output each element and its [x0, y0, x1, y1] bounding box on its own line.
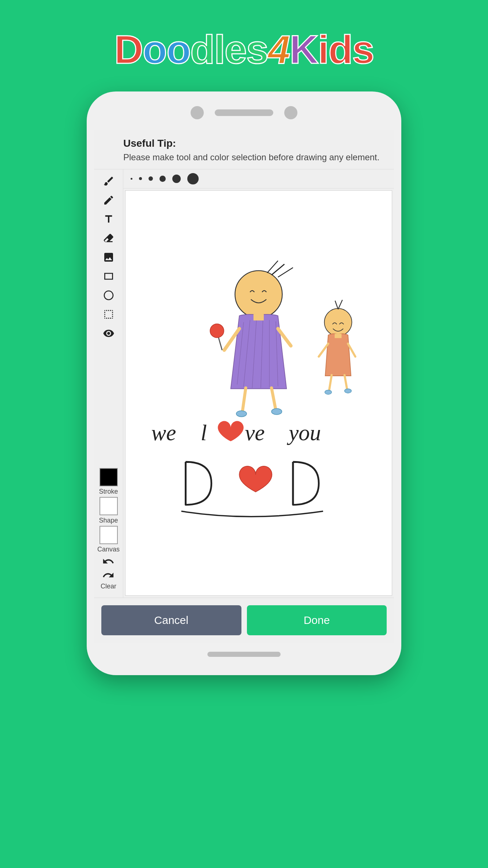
done-button[interactable]: Done	[247, 605, 387, 635]
svg-point-0	[235, 270, 282, 318]
title-d: D	[114, 29, 142, 70]
stroke-size-3[interactable]	[149, 176, 153, 181]
svg-line-20	[335, 300, 338, 309]
phone-mockup: Useful Tip: Please make tool and color s…	[87, 91, 401, 675]
svg-text:we: we	[151, 420, 176, 445]
action-bar: Cancel Done	[94, 598, 394, 643]
image-tool[interactable]	[101, 249, 117, 265]
stroke-size-2[interactable]	[139, 177, 142, 180]
stroke-color-label: Stroke	[99, 488, 118, 495]
text-tool[interactable]	[101, 211, 117, 227]
drawing-canvas[interactable]: we l ve you	[125, 190, 392, 596]
svg-rect-22	[335, 334, 342, 338]
svg-text:you: you	[286, 420, 321, 445]
svg-rect-10	[254, 314, 264, 321]
stroke-color-swatch[interactable]	[100, 468, 118, 486]
undo-button[interactable]	[101, 555, 116, 568]
doodle-artwork: we l ve you	[125, 191, 392, 595]
app-title: Doodles4Kids	[114, 29, 374, 70]
stroke-size-4[interactable]	[159, 176, 166, 182]
svg-line-26	[345, 375, 347, 389]
clear-label: Clear	[101, 583, 116, 590]
tip-bar: Useful Tip: Please make tool and color s…	[94, 130, 394, 169]
canvas-color-label: Canvas	[97, 546, 120, 553]
phone-top-bar	[94, 102, 394, 123]
app-screen: Useful Tip: Please make tool and color s…	[94, 130, 394, 643]
shape-color-swatch[interactable]	[100, 497, 118, 515]
paintbrush-tool[interactable]	[101, 173, 117, 189]
title-k: K	[289, 29, 318, 70]
main-area: Stroke Shape Canvas	[94, 169, 394, 598]
svg-point-28	[345, 389, 352, 393]
eraser-tool[interactable]	[101, 230, 117, 246]
svg-point-17	[236, 411, 247, 416]
title-oo: oo	[143, 29, 190, 70]
pencil-tool[interactable]	[101, 192, 117, 208]
undo-redo-clear: Clear	[101, 555, 116, 590]
svg-line-25	[329, 375, 332, 390]
stroke-size-5[interactable]	[172, 175, 181, 183]
stroke-size-6[interactable]	[187, 173, 199, 184]
svg-text:ve: ve	[245, 420, 264, 445]
tip-title: Useful Tip:	[123, 138, 383, 149]
svg-text:l: l	[200, 420, 207, 445]
color-section: Stroke Shape Canvas	[97, 468, 120, 594]
cancel-button[interactable]: Cancel	[101, 605, 241, 635]
title-4: 4	[268, 29, 289, 70]
front-camera-right	[284, 106, 297, 119]
tip-text: Please make tool and color selection bef…	[123, 151, 383, 164]
svg-point-19	[324, 308, 352, 336]
svg-line-16	[271, 388, 276, 410]
phone-speaker	[215, 109, 273, 116]
select-tool[interactable]	[101, 306, 117, 322]
svg-line-2	[278, 267, 293, 277]
toolbar-sidebar: Stroke Shape Canvas	[94, 169, 123, 598]
canvas-area: we l ve you	[123, 169, 394, 598]
title-dles: dles	[190, 29, 268, 70]
stroke-size-1[interactable]	[131, 178, 132, 180]
svg-line-15	[242, 388, 245, 412]
ellipse-tool[interactable]	[101, 287, 117, 303]
phone-home-bar	[207, 652, 281, 657]
front-camera-left	[191, 106, 204, 119]
stroke-size-bar	[123, 169, 394, 188]
redo-button[interactable]	[101, 569, 116, 582]
preview-tool[interactable]	[101, 325, 117, 341]
canvas-color-swatch[interactable]	[100, 526, 118, 544]
svg-point-18	[271, 408, 282, 414]
shape-color-label: Shape	[99, 517, 118, 524]
rectangle-tool[interactable]	[101, 268, 117, 284]
title-ids: ids	[318, 29, 374, 70]
svg-point-13	[210, 324, 224, 338]
svg-line-21	[338, 300, 342, 309]
svg-point-27	[325, 390, 332, 394]
